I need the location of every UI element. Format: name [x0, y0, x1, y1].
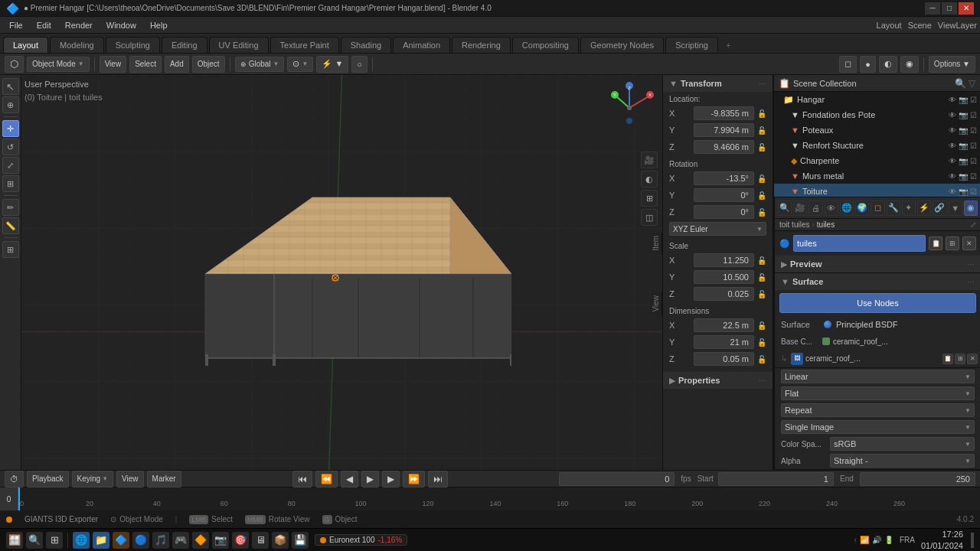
- outliner-item-charpente[interactable]: ◆ Charpente 👁 📷 ☑: [774, 153, 980, 168]
- orientation-dropdown[interactable]: ⊕ Global ▼: [235, 57, 285, 72]
- viewport-gizmo[interactable]: Z X Y: [603, 81, 656, 135]
- fondation-render-icon[interactable]: 📷: [959, 111, 968, 119]
- pivot-dropdown[interactable]: ⊙ ▼: [287, 57, 313, 72]
- mat-browse-btn[interactable]: 📋: [929, 236, 942, 250]
- overlay-btn[interactable]: ⊞: [641, 190, 658, 207]
- hangar-render-icon[interactable]: 📷: [959, 96, 968, 104]
- hangar-exclude-icon[interactable]: ☑: [970, 96, 977, 104]
- tool-select[interactable]: ↖: [2, 78, 19, 95]
- taskbar-app1-btn[interactable]: 🔵: [132, 532, 149, 549]
- dimensions-y-field[interactable]: 21 m: [694, 335, 754, 349]
- taskbar-app3-btn[interactable]: 🎮: [172, 532, 189, 549]
- render-preview-btn[interactable]: ◐: [641, 171, 658, 187]
- taskbar-app7-btn[interactable]: 🖥: [252, 532, 269, 549]
- play-btn[interactable]: ▶: [361, 471, 379, 487]
- use-nodes-btn[interactable]: Use Nodes: [779, 293, 976, 313]
- outliner-item-toiture[interactable]: ▼ Toiture 👁 📷 ☑: [774, 184, 980, 197]
- view-menu[interactable]: View: [100, 56, 127, 73]
- scale-z-lock[interactable]: 🔓: [757, 290, 766, 298]
- poteaux-render-icon[interactable]: 📷: [959, 126, 968, 135]
- outliner-item-murs-metal[interactable]: ▼ Murs metal 👁 📷 ☑: [774, 168, 980, 184]
- props-icon-data[interactable]: ▼: [949, 201, 962, 216]
- poteaux-view-icon[interactable]: 👁: [949, 126, 956, 135]
- tex-copy-btn[interactable]: ⊞: [955, 354, 965, 364]
- tab-scripting[interactable]: Scripting: [665, 37, 718, 53]
- preview-options-icon[interactable]: ⋯: [967, 260, 975, 269]
- outliner-item-renfort[interactable]: ▼ Renfort Stucture 👁 📷 ☑: [774, 138, 980, 153]
- props-icon-render[interactable]: 🎥: [793, 201, 807, 216]
- menu-item-help[interactable]: Help: [144, 19, 174, 31]
- taskbar-blender-btn[interactable]: 🔷: [113, 532, 129, 549]
- taskbar-browser-btn[interactable]: 🌐: [73, 532, 90, 549]
- dimensions-y-lock[interactable]: 🔓: [757, 338, 766, 347]
- tl-ruler[interactable]: 0 20 40 60 80 100 120 140 160 180 200 22…: [18, 487, 980, 510]
- rotation-x-field[interactable]: -13.5°: [694, 171, 754, 185]
- tab-modeling[interactable]: Modeling: [50, 37, 104, 53]
- snap-btn[interactable]: ⚡ ▼: [316, 56, 348, 73]
- shading-mat-btn[interactable]: ◐: [879, 56, 897, 73]
- prev-frame-btn[interactable]: ◀: [341, 471, 358, 487]
- menu-item-render[interactable]: Render: [59, 19, 99, 31]
- murs-metal-view-icon[interactable]: 👁: [949, 172, 956, 181]
- charpente-view-icon[interactable]: 👁: [949, 157, 956, 165]
- menu-item-file[interactable]: File: [3, 19, 29, 31]
- tool-annotate[interactable]: ✏: [2, 199, 19, 216]
- dimensions-x-field[interactable]: 22.5 m: [694, 318, 754, 332]
- proportional-edit-btn[interactable]: ○: [351, 56, 368, 73]
- battery-icon[interactable]: 🔋: [884, 536, 893, 544]
- menu-item-edit[interactable]: Edit: [31, 19, 57, 31]
- mat-delete-btn[interactable]: ✕: [962, 236, 976, 250]
- props-icon-output[interactable]: 🖨: [808, 201, 822, 216]
- props-icon-modifier[interactable]: 🔧: [887, 201, 900, 216]
- rotation-z-lock[interactable]: 🔓: [757, 208, 766, 217]
- chevron-icon[interactable]: ‹: [854, 536, 857, 544]
- rotation-y-field[interactable]: 0°: [694, 188, 754, 202]
- taskbar-widgets-btn[interactable]: ⊞: [46, 532, 63, 549]
- scale-y-lock[interactable]: 🔓: [757, 273, 766, 282]
- tool-add[interactable]: ⊞: [2, 241, 19, 258]
- surface-options-icon[interactable]: ⋯: [967, 278, 975, 286]
- preview-header[interactable]: ▶ Preview ⋯: [775, 256, 980, 272]
- menu-item-window[interactable]: Window: [100, 19, 142, 31]
- next-frame-btn[interactable]: ▶: [382, 471, 400, 487]
- flat-dropdown[interactable]: Flat: [781, 386, 975, 400]
- select-menu[interactable]: Select: [129, 56, 162, 73]
- rotation-x-lock[interactable]: 🔓: [757, 174, 766, 183]
- tex-delete-btn[interactable]: ✕: [967, 354, 978, 364]
- rotation-z-field[interactable]: 0°: [694, 205, 754, 219]
- next-keyframe-btn[interactable]: ⏩: [403, 471, 425, 487]
- playback-btn[interactable]: Playback: [27, 471, 69, 487]
- end-frame-field[interactable]: 250: [860, 472, 975, 486]
- tool-rotate[interactable]: ↺: [2, 139, 19, 155]
- keying-btn[interactable]: Keying ▼: [72, 471, 114, 487]
- view-tl-btn[interactable]: View: [116, 471, 144, 487]
- location-y-lock[interactable]: 🔓: [757, 126, 766, 135]
- tab-sculpting[interactable]: Sculpting: [106, 37, 160, 53]
- props-icon-view[interactable]: 👁: [825, 201, 838, 216]
- marker-btn[interactable]: Marker: [147, 471, 181, 487]
- fondation-exclude-icon[interactable]: ☑: [970, 111, 977, 119]
- props-icon-search[interactable]: 🔍: [778, 201, 792, 216]
- location-y-field[interactable]: 7.9904 m: [694, 123, 754, 137]
- taskbar-search-btn[interactable]: 🔍: [26, 532, 43, 549]
- color-space-dropdown[interactable]: sRGB: [830, 437, 975, 451]
- editor-type-tl-btn[interactable]: ⏱: [5, 471, 24, 487]
- location-x-lock[interactable]: 🔓: [757, 109, 766, 118]
- taskbar-app8-btn[interactable]: 📦: [272, 532, 289, 549]
- dimensions-x-lock[interactable]: 🔓: [757, 321, 766, 330]
- location-z-lock[interactable]: 🔓: [757, 143, 766, 152]
- add-workspace-btn[interactable]: +: [720, 37, 737, 53]
- taskbar-start-btn[interactable]: 🪟: [6, 532, 23, 549]
- object-mode-dropdown[interactable]: Object Mode ▼: [27, 57, 90, 72]
- props-icon-physics[interactable]: ⚡: [917, 201, 931, 216]
- toiture-exclude-icon[interactable]: ☑: [970, 187, 977, 196]
- outliner-search-icon[interactable]: 🔍: [955, 78, 966, 89]
- taskbar-app9-btn[interactable]: 💾: [292, 532, 309, 549]
- audio-icon[interactable]: 🔊: [872, 536, 881, 544]
- tab-compositing[interactable]: Compositing: [512, 37, 579, 53]
- renfort-exclude-icon[interactable]: ☑: [970, 142, 977, 150]
- tab-shading[interactable]: Shading: [341, 37, 391, 53]
- tool-move[interactable]: ✛: [2, 120, 19, 137]
- skip-end-btn[interactable]: ⏭: [428, 471, 448, 487]
- taskbar-app2-btn[interactable]: 🎵: [152, 532, 169, 549]
